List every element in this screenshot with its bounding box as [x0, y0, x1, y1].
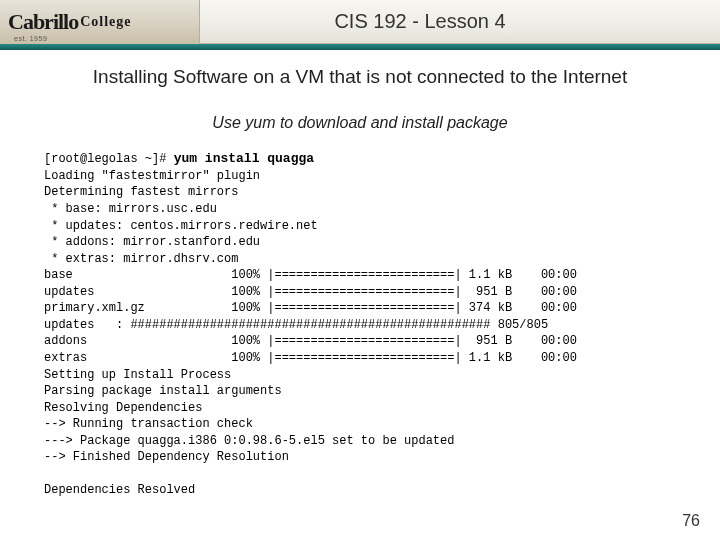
terminal-line: updates : ##############################… [44, 318, 548, 332]
slide-title: CIS 192 - Lesson 4 [334, 10, 505, 33]
terminal-line: * extras: mirror.dhsrv.com [44, 252, 238, 266]
logo-established-text: est. 1959 [14, 35, 47, 42]
slide-subtitle: Installing Software on a VM that is not … [0, 66, 720, 88]
terminal-line: ---> Package quagga.i386 0:0.98.6-5.el5 … [44, 434, 454, 448]
slide-instruction: Use yum to download and install package [0, 114, 720, 132]
terminal-line: Dependencies Resolved [44, 483, 195, 497]
slide-header: Cabrillo College est. 1959 CIS 192 - Les… [0, 0, 720, 44]
terminal-line: Determining fastest mirrors [44, 185, 238, 199]
logo-script-text: Cabrillo [8, 9, 78, 35]
terminal-line: * base: mirrors.usc.edu [44, 202, 217, 216]
title-bar: CIS 192 - Lesson 4 [200, 0, 720, 44]
page-number: 76 [682, 512, 700, 530]
divider-bar [0, 44, 720, 50]
terminal-line: * addons: mirror.stanford.edu [44, 235, 260, 249]
terminal-line: base 100% |=========================| 1.… [44, 268, 577, 282]
shell-command: yum install quagga [174, 151, 314, 166]
terminal-output: [root@legolas ~]# yum install quagga Loa… [44, 150, 686, 499]
terminal-line: addons 100% |=========================| … [44, 334, 577, 348]
college-logo: Cabrillo College est. 1959 [0, 0, 200, 44]
terminal-line: Resolving Dependencies [44, 401, 202, 415]
terminal-line: --> Running transaction check [44, 417, 253, 431]
logo-wordmark-text: College [80, 14, 131, 30]
terminal-line: Parsing package install arguments [44, 384, 282, 398]
terminal-line: Setting up Install Process [44, 368, 231, 382]
terminal-line: primary.xml.gz 100% |===================… [44, 301, 577, 315]
terminal-line: extras 100% |=========================| … [44, 351, 577, 365]
terminal-line: updates 100% |=========================|… [44, 285, 577, 299]
shell-prompt: [root@legolas ~]# [44, 152, 174, 166]
terminal-line: Loading "fastestmirror" plugin [44, 169, 260, 183]
terminal-line: * updates: centos.mirrors.redwire.net [44, 219, 318, 233]
terminal-line: --> Finished Dependency Resolution [44, 450, 289, 464]
